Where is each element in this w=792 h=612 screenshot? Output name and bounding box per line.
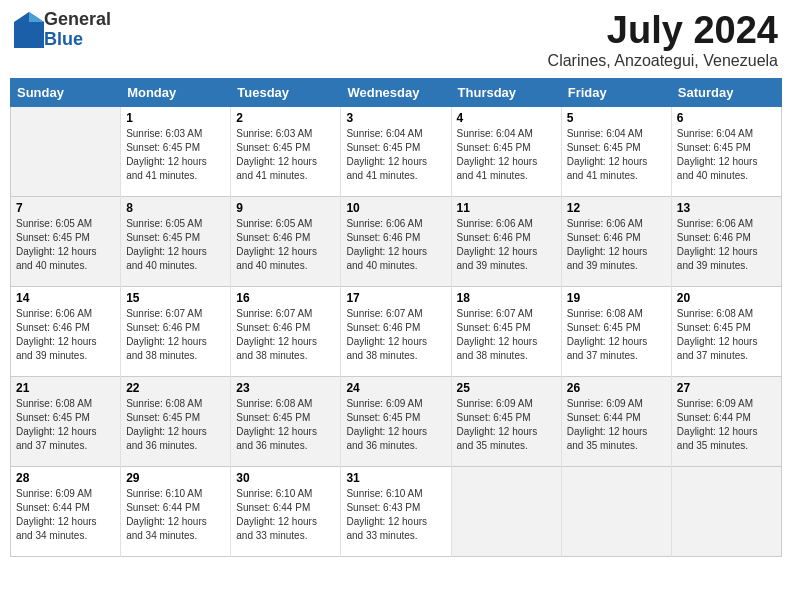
calendar-cell: 28Sunrise: 6:09 AMSunset: 6:44 PMDayligh… [11, 466, 121, 556]
calendar-cell: 8Sunrise: 6:05 AMSunset: 6:45 PMDaylight… [121, 196, 231, 286]
logo-text: General Blue [44, 10, 111, 50]
day-info: Sunrise: 6:04 AMSunset: 6:45 PMDaylight:… [457, 127, 556, 183]
day-number: 27 [677, 381, 776, 395]
day-number: 11 [457, 201, 556, 215]
day-number: 21 [16, 381, 115, 395]
calendar-cell: 26Sunrise: 6:09 AMSunset: 6:44 PMDayligh… [561, 376, 671, 466]
day-header-thursday: Thursday [451, 78, 561, 106]
calendar-cell: 14Sunrise: 6:06 AMSunset: 6:46 PMDayligh… [11, 286, 121, 376]
calendar-cell: 31Sunrise: 6:10 AMSunset: 6:43 PMDayligh… [341, 466, 451, 556]
day-number: 20 [677, 291, 776, 305]
day-info: Sunrise: 6:07 AMSunset: 6:45 PMDaylight:… [457, 307, 556, 363]
day-number: 3 [346, 111, 445, 125]
location-title: Clarines, Anzoategui, Venezuela [548, 52, 778, 70]
day-info: Sunrise: 6:09 AMSunset: 6:44 PMDaylight:… [16, 487, 115, 543]
day-header-friday: Friday [561, 78, 671, 106]
day-info: Sunrise: 6:08 AMSunset: 6:45 PMDaylight:… [126, 397, 225, 453]
day-info: Sunrise: 6:03 AMSunset: 6:45 PMDaylight:… [236, 127, 335, 183]
day-number: 4 [457, 111, 556, 125]
day-number: 1 [126, 111, 225, 125]
calendar-cell: 23Sunrise: 6:08 AMSunset: 6:45 PMDayligh… [231, 376, 341, 466]
calendar-cell: 10Sunrise: 6:06 AMSunset: 6:46 PMDayligh… [341, 196, 451, 286]
day-number: 28 [16, 471, 115, 485]
day-number: 16 [236, 291, 335, 305]
calendar-cell: 4Sunrise: 6:04 AMSunset: 6:45 PMDaylight… [451, 106, 561, 196]
day-info: Sunrise: 6:08 AMSunset: 6:45 PMDaylight:… [677, 307, 776, 363]
calendar-cell: 21Sunrise: 6:08 AMSunset: 6:45 PMDayligh… [11, 376, 121, 466]
week-row-3: 14Sunrise: 6:06 AMSunset: 6:46 PMDayligh… [11, 286, 782, 376]
day-info: Sunrise: 6:04 AMSunset: 6:45 PMDaylight:… [677, 127, 776, 183]
day-number: 23 [236, 381, 335, 395]
week-row-2: 7Sunrise: 6:05 AMSunset: 6:45 PMDaylight… [11, 196, 782, 286]
day-number: 26 [567, 381, 666, 395]
day-info: Sunrise: 6:06 AMSunset: 6:46 PMDaylight:… [346, 217, 445, 273]
calendar-cell: 1Sunrise: 6:03 AMSunset: 6:45 PMDaylight… [121, 106, 231, 196]
day-info: Sunrise: 6:05 AMSunset: 6:46 PMDaylight:… [236, 217, 335, 273]
day-info: Sunrise: 6:09 AMSunset: 6:45 PMDaylight:… [346, 397, 445, 453]
logo-icon [14, 12, 44, 48]
logo-blue: Blue [44, 30, 111, 50]
calendar-cell: 15Sunrise: 6:07 AMSunset: 6:46 PMDayligh… [121, 286, 231, 376]
day-number: 18 [457, 291, 556, 305]
day-info: Sunrise: 6:08 AMSunset: 6:45 PMDaylight:… [567, 307, 666, 363]
day-header-sunday: Sunday [11, 78, 121, 106]
title-area: July 2024 Clarines, Anzoategui, Venezuel… [548, 10, 778, 70]
day-info: Sunrise: 6:09 AMSunset: 6:44 PMDaylight:… [567, 397, 666, 453]
week-row-4: 21Sunrise: 6:08 AMSunset: 6:45 PMDayligh… [11, 376, 782, 466]
day-number: 31 [346, 471, 445, 485]
day-header-saturday: Saturday [671, 78, 781, 106]
calendar-table: SundayMondayTuesdayWednesdayThursdayFrid… [10, 78, 782, 557]
day-number: 15 [126, 291, 225, 305]
day-info: Sunrise: 6:08 AMSunset: 6:45 PMDaylight:… [16, 397, 115, 453]
day-number: 17 [346, 291, 445, 305]
calendar-cell [11, 106, 121, 196]
day-number: 25 [457, 381, 556, 395]
calendar-cell: 20Sunrise: 6:08 AMSunset: 6:45 PMDayligh… [671, 286, 781, 376]
calendar-cell: 5Sunrise: 6:04 AMSunset: 6:45 PMDaylight… [561, 106, 671, 196]
week-row-5: 28Sunrise: 6:09 AMSunset: 6:44 PMDayligh… [11, 466, 782, 556]
logo: General Blue [14, 10, 111, 50]
calendar-cell: 24Sunrise: 6:09 AMSunset: 6:45 PMDayligh… [341, 376, 451, 466]
day-number: 13 [677, 201, 776, 215]
calendar-cell: 27Sunrise: 6:09 AMSunset: 6:44 PMDayligh… [671, 376, 781, 466]
day-number: 9 [236, 201, 335, 215]
calendar-cell: 30Sunrise: 6:10 AMSunset: 6:44 PMDayligh… [231, 466, 341, 556]
calendar-cell: 25Sunrise: 6:09 AMSunset: 6:45 PMDayligh… [451, 376, 561, 466]
calendar-cell: 16Sunrise: 6:07 AMSunset: 6:46 PMDayligh… [231, 286, 341, 376]
day-info: Sunrise: 6:07 AMSunset: 6:46 PMDaylight:… [236, 307, 335, 363]
day-info: Sunrise: 6:07 AMSunset: 6:46 PMDaylight:… [126, 307, 225, 363]
day-number: 12 [567, 201, 666, 215]
day-info: Sunrise: 6:06 AMSunset: 6:46 PMDaylight:… [567, 217, 666, 273]
day-number: 24 [346, 381, 445, 395]
calendar-cell [451, 466, 561, 556]
calendar-header: SundayMondayTuesdayWednesdayThursdayFrid… [11, 78, 782, 106]
day-number: 19 [567, 291, 666, 305]
day-number: 29 [126, 471, 225, 485]
day-number: 5 [567, 111, 666, 125]
calendar-cell: 3Sunrise: 6:04 AMSunset: 6:45 PMDaylight… [341, 106, 451, 196]
day-header-tuesday: Tuesday [231, 78, 341, 106]
calendar-cell: 7Sunrise: 6:05 AMSunset: 6:45 PMDaylight… [11, 196, 121, 286]
day-info: Sunrise: 6:10 AMSunset: 6:43 PMDaylight:… [346, 487, 445, 543]
day-number: 10 [346, 201, 445, 215]
calendar-cell: 2Sunrise: 6:03 AMSunset: 6:45 PMDaylight… [231, 106, 341, 196]
calendar-cell: 13Sunrise: 6:06 AMSunset: 6:46 PMDayligh… [671, 196, 781, 286]
calendar-cell: 29Sunrise: 6:10 AMSunset: 6:44 PMDayligh… [121, 466, 231, 556]
day-info: Sunrise: 6:04 AMSunset: 6:45 PMDaylight:… [567, 127, 666, 183]
day-info: Sunrise: 6:08 AMSunset: 6:45 PMDaylight:… [236, 397, 335, 453]
calendar-cell [671, 466, 781, 556]
page-header: General Blue July 2024 Clarines, Anzoate… [10, 10, 782, 70]
day-info: Sunrise: 6:05 AMSunset: 6:45 PMDaylight:… [16, 217, 115, 273]
logo-general: General [44, 10, 111, 30]
calendar-cell: 22Sunrise: 6:08 AMSunset: 6:45 PMDayligh… [121, 376, 231, 466]
day-info: Sunrise: 6:06 AMSunset: 6:46 PMDaylight:… [457, 217, 556, 273]
calendar-cell: 9Sunrise: 6:05 AMSunset: 6:46 PMDaylight… [231, 196, 341, 286]
calendar-cell: 11Sunrise: 6:06 AMSunset: 6:46 PMDayligh… [451, 196, 561, 286]
day-number: 2 [236, 111, 335, 125]
calendar-cell: 18Sunrise: 6:07 AMSunset: 6:45 PMDayligh… [451, 286, 561, 376]
svg-marker-1 [29, 12, 44, 22]
day-info: Sunrise: 6:07 AMSunset: 6:46 PMDaylight:… [346, 307, 445, 363]
day-info: Sunrise: 6:03 AMSunset: 6:45 PMDaylight:… [126, 127, 225, 183]
day-info: Sunrise: 6:10 AMSunset: 6:44 PMDaylight:… [236, 487, 335, 543]
day-info: Sunrise: 6:06 AMSunset: 6:46 PMDaylight:… [16, 307, 115, 363]
